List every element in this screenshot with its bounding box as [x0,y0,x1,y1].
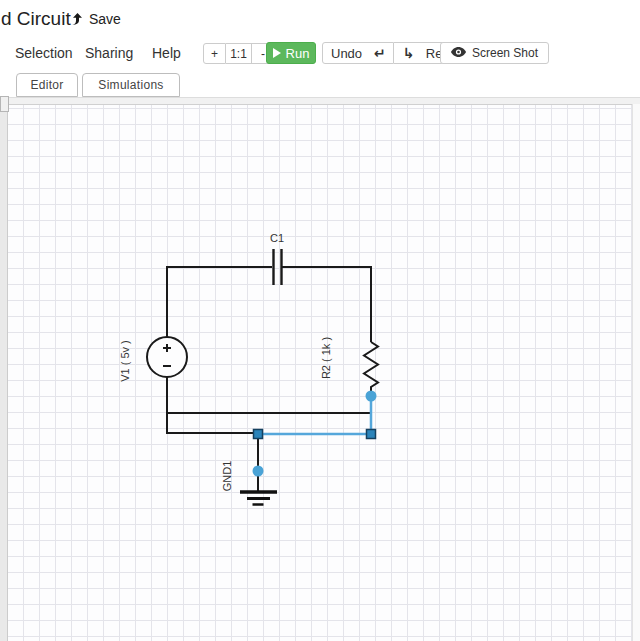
eye-icon [451,46,466,60]
zoom-in-button[interactable]: + [203,43,226,64]
node-dot-resistor[interactable] [366,391,377,402]
wire-top-left[interactable] [167,267,272,337]
menu-sharing[interactable]: Sharing [85,45,133,61]
document-title: d Circuit [1,8,71,30]
resistor-label: R2 ( 1k ) [320,337,332,379]
play-icon [273,48,281,58]
circuit-schematic: C1 V1 ( 5v ) R2 ( 1k ) GND1 [8,104,632,641]
capacitor-c1[interactable]: C1 [270,232,284,285]
tab-editor[interactable]: Editor [16,73,78,97]
scrollbar-corner [0,96,9,112]
screenshot-button[interactable]: Screen Shot [440,42,549,64]
save-button[interactable]: Save [70,11,121,27]
capacitor-label: C1 [270,232,284,244]
save-label: Save [89,11,121,27]
wire-handle-left[interactable] [254,430,263,439]
resistor-r2[interactable]: R2 ( 1k ) [320,337,378,392]
screenshot-label: Screen Shot [472,46,538,60]
resistor-zigzag[interactable] [364,342,378,392]
right-scrollbar[interactable] [632,104,640,641]
menu-selection[interactable]: Selection [15,45,73,61]
menu-help[interactable]: Help [152,45,181,61]
circuit-wires[interactable] [167,267,371,491]
left-scrollbar[interactable] [0,96,8,641]
run-button[interactable]: Run [266,42,316,64]
ground-label: GND1 [221,461,233,492]
horizontal-scrollbar[interactable] [8,97,640,104]
tab-simulations[interactable]: Simulations [82,73,180,97]
voltage-source-v1[interactable]: V1 ( 5v ) [119,337,187,382]
wire-bottom-left[interactable] [167,377,258,433]
source-circle[interactable] [147,337,187,377]
undo-button[interactable]: Undo ↵ [322,42,394,64]
selected-wire-path[interactable] [258,396,371,434]
wire-top-right[interactable] [282,267,371,342]
circuit-editor-app: d Circuit Save Selection Sharing Help + … [0,0,640,641]
ground-gnd1[interactable]: GND1 [221,461,277,505]
run-label: Run [286,46,310,61]
node-dot-ground[interactable] [253,466,264,477]
redo-arrow-icon: ↳ [402,46,414,60]
zoom-controls: + 1:1 - [203,43,275,64]
save-upload-icon [70,12,85,27]
undo-arrow-icon: ↵ [374,46,386,60]
zoom-level-button[interactable]: 1:1 [226,43,252,64]
wire-handle-right[interactable] [367,430,376,439]
source-label: V1 ( 5v ) [119,340,131,382]
capacitor-plates[interactable] [274,249,282,285]
undo-label: Undo [331,46,362,61]
selected-wire[interactable] [253,391,377,477]
